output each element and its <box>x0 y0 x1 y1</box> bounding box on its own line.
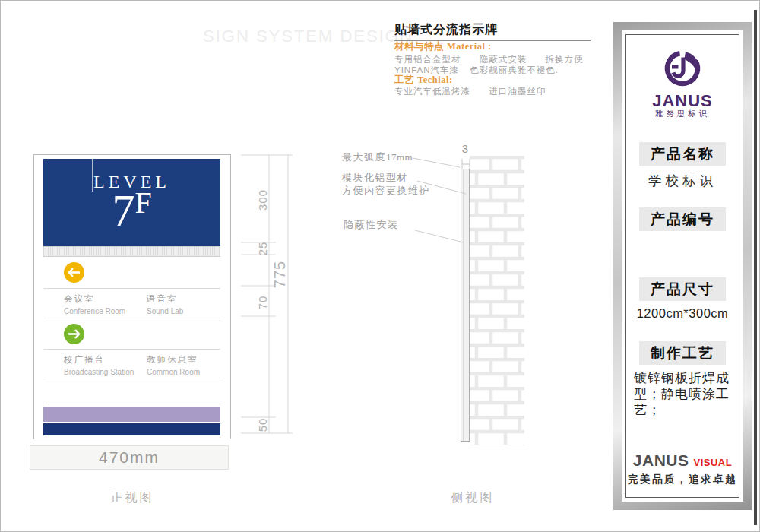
floor-number: 7 F <box>43 189 220 233</box>
section-heading-product-name: 产品名称 <box>639 142 726 166</box>
metal-texture-strip <box>43 246 220 257</box>
material-label: 材料与特点 Material : <box>394 40 492 53</box>
product-size-value: 1200cm*300cm <box>626 306 739 321</box>
footer-brand: JANUSVISUAL <box>626 451 739 470</box>
front-view-caption: 正视图 <box>33 490 231 506</box>
page-right-edge <box>754 10 757 525</box>
side-view-caption: 侧视图 <box>423 490 522 506</box>
dim-segment-70: 70 <box>256 296 269 310</box>
sign-row-arrow-right <box>43 318 220 349</box>
material-features-line1: 专用铝合金型材 隐蔽式安装 拆换方便 <box>394 54 583 65</box>
tech-label: 工艺 Techial: <box>394 74 453 87</box>
width-dimension-bar: 470mm <box>30 445 229 470</box>
material-label-cn: 材料与特点 <box>394 41 444 52</box>
tech-features-line: 专业汽车低温烤漆 进口油墨丝印 <box>394 86 546 97</box>
janus-logo-icon <box>662 46 703 88</box>
sign-row-arrow-left <box>43 257 220 288</box>
product-name-value: 学校标识 <box>626 172 739 190</box>
tech-label-en: Techial: <box>417 74 453 85</box>
section-heading-product-size: 产品尺寸 <box>639 277 726 301</box>
list-item: 校广播台 Broadcasting Station <box>64 354 134 376</box>
dim-segment-300: 300 <box>256 189 269 211</box>
footer-slogan: 完美品质，追求卓越 <box>626 473 739 486</box>
right-arrow-icon <box>64 324 84 344</box>
sign-content: LEVEL 7 F 会议室 Conference Room <box>43 159 220 435</box>
purple-accent-strip <box>43 407 220 422</box>
sign-header-panel: LEVEL 7 F <box>43 159 220 246</box>
section-heading-process: 制作工艺 <box>639 341 726 365</box>
brand-subtitle: 雅努思标识 <box>626 109 739 119</box>
product-info-panel: JANUS 雅努思标识 产品名称 学校标识 产品编号 产品尺寸 1200cm*3… <box>613 22 752 510</box>
sign-row-entries-2: 校广播台 Broadcasting Station 教师休息室 Common R… <box>43 349 220 378</box>
design-sheet: SIGN SYSTEM DESIGN 贴墙式分流指示牌 材料与特点 Materi… <box>0 0 760 532</box>
left-arrow-icon <box>64 262 84 283</box>
sign-front-view: LEVEL 7 F 会议室 Conference Room <box>33 154 231 439</box>
leader-lines <box>335 145 525 252</box>
sign-row-empty <box>43 378 220 407</box>
list-item: 教师休息室 Common Room <box>147 354 200 376</box>
list-item: 语音室 Sound Lab <box>147 293 183 315</box>
bottom-blue-strip <box>43 423 220 435</box>
dim-segment-25: 25 <box>256 242 269 256</box>
spec-title: 贴墙式分流指示牌 <box>394 22 498 38</box>
watermark: SIGN SYSTEM DESIGN <box>203 27 413 46</box>
list-item: 会议室 Conference Room <box>64 293 125 315</box>
dim-segment-50: 50 <box>256 418 269 432</box>
sign-row-entries-1: 会议室 Conference Room 语音室 Sound Lab <box>43 288 220 318</box>
material-label-en: Material : <box>447 41 492 52</box>
tech-label-cn: 工艺 <box>394 74 414 85</box>
section-heading-product-number: 产品编号 <box>639 207 726 231</box>
dim-total-height: 775 <box>271 261 289 288</box>
process-value: 镀锌钢板折焊成型；静电喷涂工艺； <box>634 370 733 418</box>
